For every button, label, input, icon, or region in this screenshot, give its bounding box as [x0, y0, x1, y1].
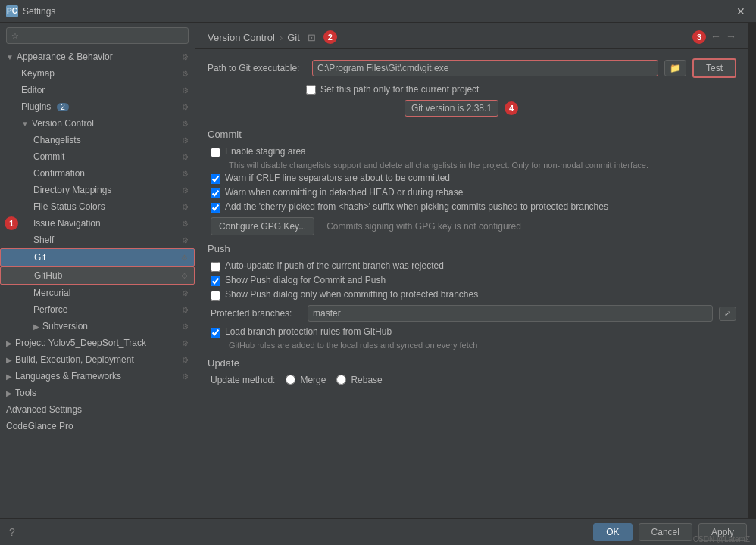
- settings-gear-icon: ⚙: [182, 170, 189, 178]
- protected-expand-button[interactable]: ⤢: [719, 307, 736, 321]
- bookmark-icon[interactable]: ⊡: [308, 32, 316, 43]
- set-path-checkbox[interactable]: [306, 85, 316, 95]
- sidebar-item-appearance[interactable]: ▼ Appearance & Behavior ⚙: [0, 48, 195, 65]
- sidebar-item-keymap[interactable]: Keymap ⚙: [0, 65, 195, 82]
- git-version-info: Git version is 2.38.1: [405, 100, 498, 117]
- sidebar-item-plugins[interactable]: Plugins 2 ⚙: [0, 98, 195, 115]
- gpg-note: Commits signing with GPG key is not conf…: [326, 221, 521, 232]
- settings-gear-icon: ⚙: [182, 372, 189, 381]
- sidebar-item-languages[interactable]: ▶ Languages & Frameworks ⚙: [0, 368, 195, 385]
- test-button[interactable]: Test: [692, 58, 736, 78]
- sidebar-item-issue-navigation[interactable]: Issue Navigation 1 ⚙: [0, 215, 195, 232]
- sidebar-item-confirmation[interactable]: Confirmation ⚙: [0, 165, 195, 182]
- breadcrumb: Version Control › Git ⊡ 2: [208, 30, 337, 44]
- sidebar-item-github[interactable]: GitHub ⚙: [0, 266, 195, 285]
- search-box[interactable]: ☆: [6, 27, 189, 44]
- settings-gear-icon: ⚙: [182, 289, 189, 297]
- auto-update-label: Auto-update if push of the current branc…: [225, 260, 444, 271]
- sidebar-item-label: Plugins: [21, 101, 51, 112]
- folder-button[interactable]: 📁: [664, 60, 686, 76]
- close-button[interactable]: ✕: [732, 4, 750, 19]
- auto-update-row: Auto-update if push of the current branc…: [208, 260, 736, 272]
- sidebar-item-perforce[interactable]: Perforce ⚙: [0, 301, 195, 318]
- protected-branches-input[interactable]: [308, 305, 713, 322]
- sidebar-item-git[interactable]: Git ⚙: [0, 248, 195, 266]
- protected-branches-label: Protected branches:: [211, 308, 301, 319]
- cancel-button[interactable]: Cancel: [639, 523, 692, 541]
- help-icon[interactable]: ?: [9, 526, 15, 538]
- annotation-1: 1: [5, 216, 18, 230]
- load-protection-checkbox[interactable]: [211, 328, 220, 338]
- sidebar-item-label: Version Control: [32, 118, 94, 129]
- ok-button[interactable]: OK: [593, 523, 632, 541]
- warn-detached-checkbox[interactable]: [211, 188, 220, 198]
- settings-gear-icon: ⚙: [182, 186, 189, 195]
- sidebar-item-editor[interactable]: Editor ⚙: [0, 82, 195, 98]
- warn-crlf-checkbox[interactable]: [211, 174, 220, 184]
- expand-arrow-icon: ▼: [21, 120, 29, 128]
- sidebar-item-label: Issue Navigation: [33, 218, 101, 229]
- sidebar-item-label: CodeGlance Pro: [6, 421, 73, 431]
- sidebar-item-label: Changelists: [33, 135, 81, 145]
- sidebar-item-label: Advanced Settings: [6, 404, 82, 415]
- settings-gear-icon: ⚙: [182, 86, 189, 95]
- settings-gear-icon: ⚙: [182, 153, 189, 161]
- git-path-row: Path to Git executable: 📁 Test: [208, 58, 736, 78]
- settings-gear-icon: ⚙: [182, 236, 189, 244]
- sidebar-item-directory-mappings[interactable]: Directory Mappings ⚙: [0, 182, 195, 198]
- warn-crlf-label: Warn if CRLF line separators are about t…: [225, 173, 450, 183]
- sidebar-item-tools[interactable]: ▶ Tools: [0, 385, 195, 401]
- warn-crlf-row: Warn if CRLF line separators are about t…: [208, 173, 736, 184]
- sidebar-item-version-control[interactable]: ▼ Version Control ⚙: [0, 115, 195, 132]
- configure-gpg-button[interactable]: Configure GPG Key...: [211, 217, 314, 235]
- show-push-dialog-row: Show Push dialog for Commit and Push: [208, 275, 736, 286]
- sidebar-item-file-status-colors[interactable]: File Status Colors ⚙: [0, 198, 195, 215]
- settings-gear-icon: ⚙: [182, 53, 189, 61]
- back-arrow[interactable]: ←: [711, 30, 721, 44]
- update-method-row: Update method: Merge Rebase: [208, 375, 736, 385]
- expand-arrow-icon: ▶: [6, 339, 12, 347]
- sidebar-item-codeglance-pro[interactable]: CodeGlance Pro: [0, 418, 195, 434]
- update-section-title: Update: [208, 357, 736, 369]
- sidebar-item-changelists[interactable]: Changelists ⚙: [0, 132, 195, 148]
- settings-gear-icon: ⚙: [182, 70, 189, 78]
- sidebar-item-label: GitHub: [34, 270, 62, 281]
- settings-gear-icon: ⚙: [182, 339, 189, 347]
- settings-gear-icon: ⚙: [182, 220, 189, 228]
- app-icon: PC: [6, 5, 18, 17]
- sidebar-item-build[interactable]: ▶ Build, Execution, Deployment ⚙: [0, 351, 195, 368]
- breadcrumb-separator: ›: [280, 32, 283, 43]
- set-path-checkbox-row: Set this path only for the current proje…: [306, 84, 736, 95]
- sidebar-item-shelf[interactable]: Shelf ⚙: [0, 232, 195, 248]
- show-push-protected-checkbox[interactable]: [211, 291, 220, 301]
- forward-arrow[interactable]: →: [726, 30, 736, 44]
- enable-staging-label: Enable staging area: [225, 146, 306, 157]
- add-cherry-checkbox[interactable]: [211, 203, 220, 213]
- load-protection-row: Load branch protection rules from GitHub: [208, 326, 736, 338]
- expand-arrow-icon: ▶: [6, 372, 12, 381]
- sidebar-item-subversion[interactable]: ▶ Subversion ⚙: [0, 318, 195, 335]
- git-path-input[interactable]: [312, 60, 658, 76]
- sidebar-item-label: Perforce: [33, 304, 67, 315]
- push-section-title: Push: [208, 243, 736, 254]
- sidebar-item-label: Appearance & Behavior: [17, 51, 113, 62]
- sidebar-item-project[interactable]: ▶ Project: Yolov5_DeepSort_Track ⚙: [0, 335, 195, 351]
- sidebar-item-label: Shelf: [33, 235, 54, 245]
- search-icon: ☆: [11, 31, 19, 41]
- staging-note: This will disable changelists support an…: [229, 160, 736, 170]
- sidebar-item-mercurial[interactable]: Mercurial ⚙: [0, 285, 195, 301]
- breadcrumb-current: Git: [287, 32, 300, 43]
- load-protection-label: Load branch protection rules from GitHub: [225, 326, 392, 337]
- settings-gear-icon: ⚙: [182, 136, 189, 145]
- merge-radio[interactable]: [286, 375, 295, 385]
- sidebar-item-label: Commit: [33, 151, 64, 162]
- breadcrumb-parent: Version Control: [208, 32, 275, 43]
- show-push-dialog-checkbox[interactable]: [211, 276, 220, 286]
- expand-arrow-icon: ▶: [33, 322, 39, 331]
- rebase-radio[interactable]: [336, 375, 346, 385]
- enable-staging-checkbox[interactable]: [211, 148, 220, 157]
- auto-update-checkbox[interactable]: [211, 262, 220, 272]
- sidebar-item-commit[interactable]: Commit ⚙: [0, 148, 195, 165]
- search-input[interactable]: [22, 30, 183, 41]
- sidebar-item-advanced-settings[interactable]: Advanced Settings: [0, 401, 195, 418]
